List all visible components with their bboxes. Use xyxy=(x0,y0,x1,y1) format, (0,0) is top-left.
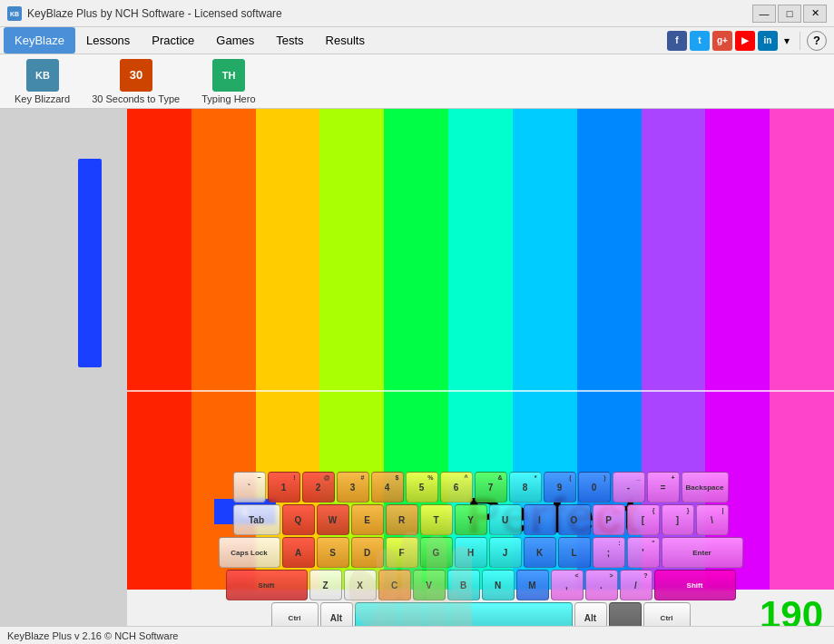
key-j[interactable]: J xyxy=(489,537,522,568)
key-p[interactable]: P xyxy=(593,504,625,535)
minimize-button[interactable]: — xyxy=(752,5,776,23)
key-9[interactable]: (9 xyxy=(544,472,576,503)
close-button[interactable]: ✕ xyxy=(803,5,827,23)
key-backslash[interactable]: |\ xyxy=(696,504,729,535)
key-3[interactable]: #3 xyxy=(337,472,369,503)
key-g[interactable]: G xyxy=(420,537,453,568)
key-label: N xyxy=(495,581,501,590)
toolbar-icon-30-seconds: 30 xyxy=(120,59,152,92)
social-btn-li[interactable]: in xyxy=(758,31,778,51)
menu-item-lessons[interactable]: Lessons xyxy=(75,27,141,54)
svg-text:30: 30 xyxy=(129,68,142,82)
key-u[interactable]: U xyxy=(489,504,522,535)
key-comma[interactable]: <, xyxy=(551,570,584,600)
key-5[interactable]: %5 xyxy=(406,472,438,503)
key-main-char: ` xyxy=(248,483,250,493)
key-lbracket[interactable]: {[ xyxy=(627,504,660,535)
key-i[interactable]: I xyxy=(524,504,556,535)
key-capslock[interactable]: Caps Lock xyxy=(219,537,280,568)
social-more-button[interactable]: ▾ xyxy=(780,34,793,47)
key-label: Tab xyxy=(249,515,264,525)
key-main-char: . xyxy=(600,581,603,590)
key-tab[interactable]: Tab xyxy=(233,504,280,535)
key-top-char: " xyxy=(652,540,654,546)
key-main-char: ' xyxy=(642,548,643,558)
key-main-char: 3 xyxy=(350,483,356,493)
key-0[interactable]: )0 xyxy=(578,472,611,503)
help-button[interactable]: ? xyxy=(807,31,827,51)
key-backspace[interactable]: Backspace xyxy=(682,472,729,503)
key-l[interactable]: L xyxy=(558,537,591,568)
key-k[interactable]: K xyxy=(524,537,556,568)
left-panel xyxy=(0,109,127,644)
menu-item-practice[interactable]: Practice xyxy=(141,27,205,54)
key-b[interactable]: B xyxy=(447,570,480,600)
key-top-char: % xyxy=(427,474,433,481)
key-equals[interactable]: += xyxy=(647,472,680,503)
toolbar-item-typing-hero[interactable]: THTyping Hero xyxy=(194,55,262,108)
key-x[interactable]: X xyxy=(344,570,377,600)
keyboard-area: ~`!1@2#3$4%5^6&7*8(9)0_-+=BackspaceTabQW… xyxy=(127,463,834,644)
key-f[interactable]: F xyxy=(386,537,418,568)
svg-text:KB: KB xyxy=(10,11,19,17)
key-top-char: # xyxy=(361,474,365,481)
key-slash[interactable]: ?/ xyxy=(620,570,652,600)
key-c[interactable]: C xyxy=(378,570,411,600)
key-main-char: ; xyxy=(607,548,610,558)
key-y[interactable]: Y xyxy=(455,504,487,535)
toolbar-item-30-seconds[interactable]: 3030 Seconds to Type xyxy=(84,55,187,108)
maximize-button[interactable]: □ xyxy=(778,5,801,23)
key-r[interactable]: R xyxy=(386,504,418,535)
key-w[interactable]: W xyxy=(317,504,349,535)
menu-separator xyxy=(800,32,800,50)
key-q[interactable]: Q xyxy=(282,504,315,535)
social-btn-tw[interactable]: t xyxy=(690,31,710,51)
key-m[interactable]: M xyxy=(516,570,549,600)
key-n[interactable]: N xyxy=(482,570,515,600)
key-minus[interactable]: _- xyxy=(613,472,645,503)
key-4[interactable]: $4 xyxy=(371,472,404,503)
svg-text:TH: TH xyxy=(222,70,236,81)
key-o[interactable]: O xyxy=(558,504,591,535)
key-enter[interactable]: Enter xyxy=(662,537,743,568)
menu-item-tests[interactable]: Tests xyxy=(265,27,314,54)
key-z[interactable]: Z xyxy=(309,570,342,600)
key-label: R xyxy=(398,515,405,525)
key-2[interactable]: @2 xyxy=(302,472,335,503)
key-e[interactable]: E xyxy=(351,504,384,535)
key-6[interactable]: ^6 xyxy=(440,472,473,503)
key-1[interactable]: !1 xyxy=(268,472,300,503)
key-s[interactable]: S xyxy=(317,537,349,568)
key-rshift[interactable]: Shift xyxy=(654,570,736,600)
social-btn-fb[interactable]: f xyxy=(667,31,687,51)
social-btn-yt[interactable]: ▶ xyxy=(735,31,755,51)
key-t[interactable]: T xyxy=(420,504,453,535)
keyboard-row-row2: TabQWERTYUIOP{[}]|\ xyxy=(136,504,825,535)
key-d[interactable]: D xyxy=(351,537,384,568)
key-top-char: ) xyxy=(603,474,605,481)
key-label: Z xyxy=(322,581,328,590)
toolbar-label-typing-hero: Typing Hero xyxy=(201,93,255,104)
key-top-char: & xyxy=(497,474,502,481)
app-icon: KB xyxy=(7,6,22,21)
menu-item-keyblaze[interactable]: KeyBlaze xyxy=(4,27,75,54)
key-label: W xyxy=(329,515,337,525)
key-h[interactable]: H xyxy=(455,537,487,568)
key-main-char: 8 xyxy=(523,483,528,493)
keyboard-row-row4: ShiftZXCVBNM<,>.?/Shift xyxy=(136,570,825,600)
social-btn-gp[interactable]: g+ xyxy=(712,31,732,51)
key-8[interactable]: *8 xyxy=(509,472,542,503)
menu-item-results[interactable]: Results xyxy=(315,27,376,54)
key-label: Ctrl xyxy=(661,614,673,622)
key-v[interactable]: V xyxy=(413,570,446,600)
key-lshift[interactable]: Shift xyxy=(226,570,308,600)
key-a[interactable]: A xyxy=(282,537,315,568)
key-rbracket[interactable]: }] xyxy=(662,504,694,535)
key-tilde[interactable]: ~` xyxy=(233,472,266,503)
key-semicolon[interactable]: :; xyxy=(593,537,625,568)
toolbar-item-key-blizzard[interactable]: KBKey Blizzard xyxy=(7,55,77,108)
key-quote[interactable]: "' xyxy=(627,537,660,568)
key-7[interactable]: &7 xyxy=(475,472,507,503)
key-period[interactable]: >. xyxy=(585,570,618,600)
menu-item-games[interactable]: Games xyxy=(205,27,265,54)
